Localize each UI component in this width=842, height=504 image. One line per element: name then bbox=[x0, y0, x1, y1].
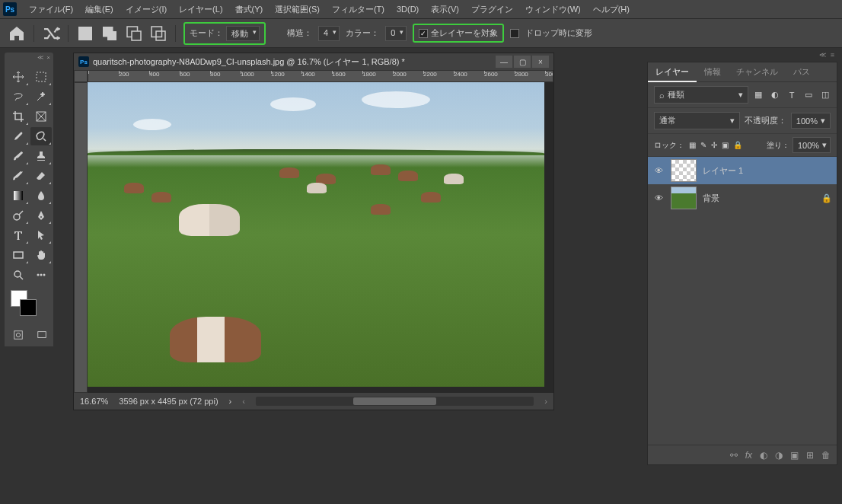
minimize-button[interactable]: — bbox=[496, 56, 512, 68]
menu-filter[interactable]: フィルター(T) bbox=[326, 1, 391, 18]
layer-row[interactable]: 👁 レイヤー 1 bbox=[648, 157, 837, 184]
brush-tool[interactable] bbox=[8, 147, 29, 165]
filter-text-icon[interactable]: T bbox=[786, 90, 797, 100]
panel-header: ≪≡ bbox=[647, 51, 837, 62]
menu-edit[interactable]: 編集(E) bbox=[79, 1, 120, 18]
zoom-level[interactable]: 16.67% bbox=[80, 397, 108, 406]
layer-thumbnail[interactable] bbox=[671, 187, 697, 209]
intersect-selection-icon[interactable] bbox=[149, 24, 167, 43]
patch-tool[interactable] bbox=[30, 127, 52, 145]
group-icon[interactable]: ▣ bbox=[790, 450, 799, 461]
collapse-icon[interactable]: ≪ bbox=[819, 51, 826, 62]
lasso-tool[interactable] bbox=[8, 88, 29, 106]
fx-icon[interactable]: fx bbox=[745, 450, 752, 461]
tab-layers[interactable]: レイヤー bbox=[648, 62, 697, 82]
menu-plugin[interactable]: プラグイン bbox=[465, 1, 519, 18]
hand-tool[interactable] bbox=[30, 246, 52, 264]
canvas[interactable] bbox=[88, 82, 553, 393]
blur-tool[interactable] bbox=[30, 187, 52, 205]
ruler-vertical[interactable] bbox=[74, 82, 88, 393]
horizontal-scrollbar[interactable] bbox=[256, 397, 534, 406]
menu-type[interactable]: 書式(Y) bbox=[229, 1, 270, 18]
panel-menu-icon[interactable]: ≡ bbox=[831, 51, 834, 62]
text-tool[interactable] bbox=[8, 226, 29, 244]
menu-view[interactable]: 表示(V) bbox=[425, 1, 465, 18]
filter-adjust-icon[interactable]: ◐ bbox=[770, 90, 780, 100]
shuffle-icon[interactable] bbox=[42, 24, 60, 43]
ruler-origin[interactable] bbox=[74, 70, 88, 82]
more-tools[interactable] bbox=[30, 266, 52, 284]
subtract-selection-icon[interactable] bbox=[125, 24, 143, 43]
menu-image[interactable]: イメージ(I) bbox=[120, 1, 173, 18]
layer-filter-select[interactable]: ⌕種類▾ bbox=[654, 86, 748, 104]
visibility-toggle[interactable]: 👁 bbox=[652, 166, 665, 175]
mask-icon[interactable]: ◐ bbox=[760, 450, 767, 461]
lock-artboard-icon[interactable]: ▣ bbox=[722, 141, 729, 149]
dodge-tool[interactable] bbox=[8, 206, 29, 225]
path-select-tool[interactable] bbox=[30, 226, 52, 244]
layer-name[interactable]: 背景 bbox=[703, 193, 719, 204]
wand-tool[interactable] bbox=[30, 88, 52, 106]
layer-name[interactable]: レイヤー 1 bbox=[703, 165, 743, 177]
tab-channels[interactable]: チャンネル bbox=[729, 62, 786, 81]
eyedropper-tool[interactable] bbox=[8, 127, 29, 145]
pen-tool[interactable] bbox=[30, 206, 52, 225]
opacity-input[interactable]: 100%▾ bbox=[791, 113, 831, 129]
layer-row[interactable]: 👁 背景 🔒 bbox=[648, 184, 837, 212]
frame-tool[interactable] bbox=[30, 107, 52, 126]
adjustment-icon[interactable]: ◑ bbox=[775, 450, 783, 461]
gradient-tool[interactable] bbox=[8, 187, 29, 205]
crop-tool[interactable] bbox=[8, 107, 29, 126]
maximize-button[interactable]: ▢ bbox=[514, 56, 531, 68]
background-color[interactable] bbox=[20, 299, 37, 316]
menu-layer[interactable]: レイヤー(L) bbox=[173, 1, 228, 18]
all-layers-checkbox[interactable]: ✓ bbox=[419, 29, 428, 38]
blend-mode-select[interactable]: 通常▾ bbox=[654, 112, 740, 129]
status-chevron-icon[interactable]: › bbox=[229, 397, 232, 406]
home-button[interactable] bbox=[8, 24, 26, 43]
drop-checkbox[interactable] bbox=[510, 29, 519, 38]
new-selection-icon[interactable] bbox=[76, 24, 94, 43]
add-selection-icon[interactable] bbox=[100, 24, 119, 43]
new-layer-icon[interactable]: ⊞ bbox=[806, 450, 814, 461]
stamp-tool[interactable] bbox=[30, 147, 52, 165]
document-dimensions[interactable]: 3596 px x 4495 px (72 ppi) bbox=[119, 397, 218, 406]
color-select[interactable]: 0 bbox=[385, 26, 407, 41]
move-tool[interactable] bbox=[8, 68, 29, 86]
tab-paths[interactable]: パス bbox=[786, 62, 818, 81]
rectangle-tool[interactable] bbox=[8, 246, 29, 264]
lock-all-icon[interactable]: 🔒 bbox=[733, 141, 742, 149]
lock-position-icon[interactable]: ✢ bbox=[711, 141, 717, 149]
layer-thumbnail[interactable] bbox=[671, 159, 697, 182]
lock-pixels-icon[interactable]: ✎ bbox=[700, 141, 706, 149]
filter-smart-icon[interactable]: ◫ bbox=[820, 90, 831, 100]
marquee-tool[interactable] bbox=[30, 68, 52, 86]
eraser-tool[interactable] bbox=[30, 167, 52, 185]
close-button[interactable]: × bbox=[532, 56, 549, 68]
menu-help[interactable]: ヘルプ(H) bbox=[587, 1, 636, 18]
menu-window[interactable]: ウィンドウ(W) bbox=[519, 1, 587, 18]
mode-select[interactable]: 移動 bbox=[226, 26, 260, 41]
tool-panel-tab[interactable]: ≪× bbox=[5, 53, 53, 65]
menu-3d[interactable]: 3D(D) bbox=[391, 2, 425, 17]
tab-info[interactable]: 情報 bbox=[697, 62, 729, 81]
screenmode-icon[interactable] bbox=[37, 330, 47, 342]
menu-select[interactable]: 選択範囲(S) bbox=[269, 1, 326, 18]
fill-input[interactable]: 100%▾ bbox=[793, 137, 831, 153]
color-swatches[interactable] bbox=[9, 290, 50, 322]
filter-shape-icon[interactable]: ▭ bbox=[803, 90, 814, 100]
history-brush-tool[interactable] bbox=[8, 167, 29, 185]
quickmask-icon[interactable] bbox=[13, 330, 24, 342]
all-layers-label: 全レイヤーを対象 bbox=[431, 27, 498, 39]
ruler-horizontal[interactable]: 2004006008001000120014001600180020002200… bbox=[88, 70, 553, 82]
svg-point-14 bbox=[40, 274, 43, 276]
zoom-tool[interactable] bbox=[8, 266, 29, 284]
lock-transparency-icon[interactable]: ▦ bbox=[689, 141, 696, 149]
link-layers-icon[interactable]: ⚯ bbox=[730, 450, 738, 461]
filter-pixel-icon[interactable]: ▦ bbox=[753, 90, 764, 100]
trash-icon[interactable]: 🗑 bbox=[821, 450, 831, 461]
visibility-toggle[interactable]: 👁 bbox=[652, 193, 665, 203]
menu-file[interactable]: ファイル(F) bbox=[23, 1, 79, 18]
document-titlebar[interactable]: Ps quaritsch-photography-N8A0Dwp9_CI-uns… bbox=[74, 53, 553, 70]
structure-select[interactable]: 4 bbox=[318, 26, 340, 41]
